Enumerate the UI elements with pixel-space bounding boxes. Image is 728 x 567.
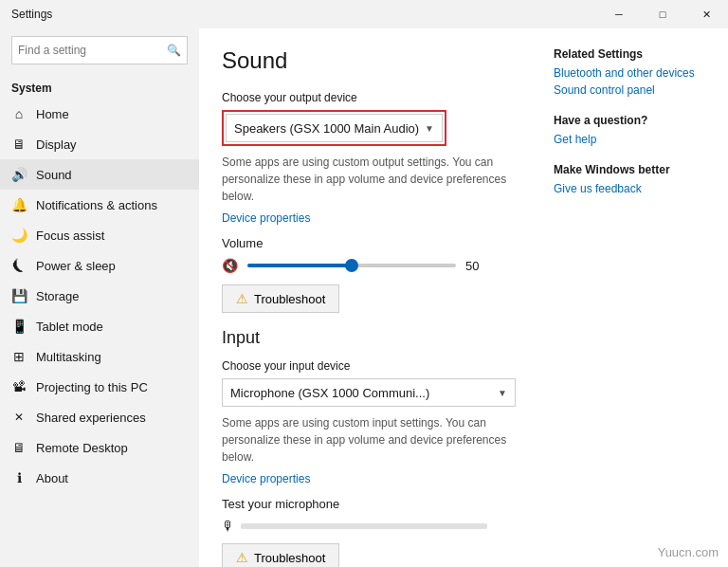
sidebar-item-label: Notifications & actions bbox=[36, 198, 157, 212]
mic-test-label: Test your microphone bbox=[222, 497, 516, 511]
search-icon: 🔍 bbox=[167, 44, 181, 57]
output-dropdown-arrow-icon: ▼ bbox=[425, 123, 434, 134]
sidebar-item-label: Sound bbox=[36, 168, 72, 182]
output-device-name: Speakers (GSX 1000 Main Audio) bbox=[234, 121, 419, 136]
main-content: Sound Choose your output device Speakers… bbox=[199, 28, 538, 567]
sidebar-item-multitasking[interactable]: ⊞ Multitasking bbox=[0, 341, 199, 372]
sidebar-item-label: Tablet mode bbox=[36, 320, 103, 334]
input-section: Input Choose your input device Microphon… bbox=[222, 328, 516, 567]
sidebar-item-label: Shared experiences bbox=[36, 411, 146, 425]
make-windows-better-section: Make Windows better Give us feedback bbox=[554, 163, 713, 195]
have-question-section: Have a question? Get help bbox=[554, 114, 713, 146]
about-icon: ℹ bbox=[11, 470, 27, 485]
make-windows-better-heading: Make Windows better bbox=[554, 163, 713, 176]
search-input[interactable] bbox=[18, 44, 167, 57]
sidebar-item-remote[interactable]: 🖥 Remote Desktop bbox=[0, 432, 199, 463]
content-area: Sound Choose your output device Speakers… bbox=[199, 28, 728, 567]
display-icon: 🖥 bbox=[11, 137, 27, 152]
titlebar-controls: ─ □ ✕ bbox=[597, 0, 728, 28]
volume-speaker-icon: 🔇 bbox=[222, 258, 238, 273]
output-device-dropdown[interactable]: Speakers (GSX 1000 Main Audio) ▼ bbox=[226, 114, 443, 142]
storage-icon: 💾 bbox=[11, 288, 27, 303]
feedback-link[interactable]: Give us feedback bbox=[554, 182, 713, 195]
sidebar-item-display[interactable]: 🖥 Display bbox=[0, 129, 199, 159]
sidebar-item-notifications[interactable]: 🔔 Notifications & actions bbox=[0, 190, 199, 220]
sidebar-item-label: Power & sleep bbox=[36, 259, 116, 273]
sidebar-item-power[interactable]: ⏾ Power & sleep bbox=[0, 250, 199, 281]
output-troubleshoot-label: Troubleshoot bbox=[254, 292, 325, 306]
warning-icon-input: ⚠ bbox=[236, 550, 248, 565]
input-troubleshoot-label: Troubleshoot bbox=[254, 551, 325, 565]
sidebar-item-sound[interactable]: 🔊 Sound bbox=[0, 159, 199, 190]
microphone-icon: 🎙 bbox=[222, 519, 235, 534]
titlebar: Settings ─ □ ✕ bbox=[0, 0, 728, 28]
volume-slider-track[interactable] bbox=[247, 264, 456, 267]
input-device-properties-link[interactable]: Device properties bbox=[222, 472, 310, 485]
input-section-label: Choose your input device bbox=[222, 359, 516, 373]
output-device-properties-link[interactable]: Device properties bbox=[222, 211, 310, 225]
sidebar-item-focus[interactable]: 🌙 Focus assist bbox=[0, 220, 199, 250]
have-question-heading: Have a question? bbox=[554, 114, 713, 127]
sidebar-item-projecting[interactable]: 📽 Projecting to this PC bbox=[0, 372, 199, 402]
focus-icon: 🌙 bbox=[11, 228, 27, 243]
bluetooth-devices-link[interactable]: Bluetooth and other devices bbox=[554, 66, 713, 80]
page-title: Sound bbox=[222, 47, 516, 74]
volume-slider-thumb[interactable] bbox=[345, 259, 358, 272]
volume-label: Volume bbox=[222, 236, 516, 250]
volume-slider-fill bbox=[247, 264, 352, 267]
output-dropdown-wrapper: Speakers (GSX 1000 Main Audio) ▼ bbox=[222, 110, 446, 146]
input-device-name: Microphone (GSX 1000 Communi...) bbox=[230, 386, 492, 400]
sidebar-item-label: Focus assist bbox=[36, 229, 104, 243]
maximize-button[interactable]: □ bbox=[641, 0, 684, 28]
output-section: Choose your output device Speakers (GSX … bbox=[222, 91, 516, 313]
sidebar-item-label: Multitasking bbox=[36, 350, 101, 364]
tablet-icon: 📱 bbox=[11, 319, 27, 334]
sidebar-item-label: About bbox=[36, 471, 68, 485]
output-description: Some apps are using custom output settin… bbox=[222, 154, 516, 205]
remote-icon: 🖥 bbox=[11, 440, 27, 455]
related-settings-heading: Related Settings bbox=[554, 47, 713, 61]
output-troubleshoot-button[interactable]: ⚠ Troubleshoot bbox=[222, 284, 339, 313]
sidebar-item-label: Display bbox=[36, 137, 77, 152]
volume-row: 🔇 50 bbox=[222, 258, 516, 273]
right-panel: Related Settings Bluetooth and other dev… bbox=[538, 28, 728, 567]
app-body: 🔍 System ⌂ Home 🖥 Display 🔊 Sound 🔔 Noti… bbox=[0, 28, 728, 567]
volume-value: 50 bbox=[465, 259, 488, 273]
input-section-title: Input bbox=[222, 328, 516, 348]
close-button[interactable]: ✕ bbox=[684, 0, 728, 28]
search-box[interactable]: 🔍 bbox=[11, 36, 188, 64]
minimize-button[interactable]: ─ bbox=[597, 0, 641, 28]
input-troubleshoot-button[interactable]: ⚠ Troubleshoot bbox=[222, 543, 339, 567]
mic-bar-row: 🎙 bbox=[222, 519, 516, 534]
warning-icon: ⚠ bbox=[236, 291, 248, 306]
multitasking-icon: ⊞ bbox=[11, 349, 27, 364]
related-settings-section: Related Settings Bluetooth and other dev… bbox=[554, 47, 713, 97]
titlebar-title: Settings bbox=[11, 8, 52, 21]
input-dropdown-arrow-icon: ▼ bbox=[498, 388, 507, 398]
sidebar-item-storage[interactable]: 💾 Storage bbox=[0, 281, 199, 311]
sidebar-item-shared[interactable]: ✕ Shared experiences bbox=[0, 402, 199, 432]
input-description: Some apps are using custom input setting… bbox=[222, 414, 516, 466]
sidebar-item-tablet[interactable]: 📱 Tablet mode bbox=[0, 311, 199, 341]
get-help-link[interactable]: Get help bbox=[554, 133, 713, 146]
sidebar-item-label: Home bbox=[36, 107, 69, 121]
home-icon: ⌂ bbox=[11, 106, 27, 121]
input-device-dropdown[interactable]: Microphone (GSX 1000 Communi...) ▼ bbox=[222, 378, 516, 407]
projecting-icon: 📽 bbox=[11, 379, 27, 394]
shared-icon: ✕ bbox=[11, 410, 27, 425]
sidebar-item-label: Storage bbox=[36, 289, 80, 303]
sidebar-item-home[interactable]: ⌂ Home bbox=[0, 99, 199, 129]
mic-bar-track bbox=[241, 523, 487, 529]
sidebar-section-label: System bbox=[0, 72, 199, 99]
sidebar-item-label: Projecting to this PC bbox=[36, 380, 148, 394]
sidebar: 🔍 System ⌂ Home 🖥 Display 🔊 Sound 🔔 Noti… bbox=[0, 28, 199, 567]
output-section-label: Choose your output device bbox=[222, 91, 516, 104]
power-icon: ⏾ bbox=[11, 258, 27, 273]
search-container: 🔍 bbox=[0, 28, 199, 72]
sound-control-panel-link[interactable]: Sound control panel bbox=[554, 83, 713, 97]
notifications-icon: 🔔 bbox=[11, 197, 27, 212]
sidebar-item-about[interactable]: ℹ About bbox=[0, 463, 199, 493]
sidebar-item-label: Remote Desktop bbox=[36, 441, 128, 455]
sound-icon: 🔊 bbox=[11, 167, 27, 182]
